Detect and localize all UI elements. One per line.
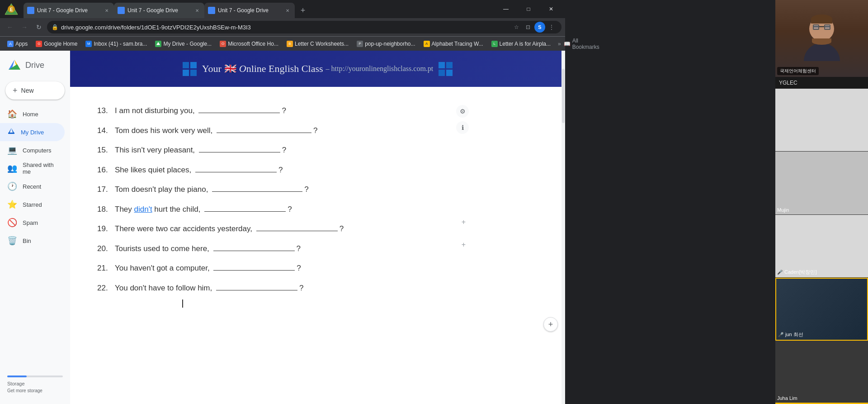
reading-list-icon[interactable]: 📖 bbox=[564, 41, 571, 47]
participant-video-mujin: Mujin bbox=[775, 152, 868, 214]
header-squares-left bbox=[183, 62, 197, 76]
exercise-17-num: 17. bbox=[97, 185, 113, 194]
recent-icon: 🕐 bbox=[7, 181, 17, 191]
new-file-button[interactable]: + New bbox=[5, 81, 65, 100]
jun-mic-muted-icon: 🎤 bbox=[778, 332, 783, 337]
settings-icon[interactable]: ⚙ bbox=[456, 105, 469, 118]
tab-1[interactable]: Unit 7 - Google Drive ✕ bbox=[24, 3, 114, 18]
jun-name: jun 최선 bbox=[785, 331, 803, 338]
new-tab-button[interactable]: + bbox=[297, 4, 309, 17]
tab-3-close[interactable]: ✕ bbox=[284, 7, 291, 14]
bookmark-letterc[interactable]: B Letter C Worksheets... bbox=[283, 38, 352, 49]
tab-2-title: Unit 7 - Google Drive bbox=[127, 7, 191, 14]
exercise-13-blank bbox=[198, 113, 280, 113]
header-sq-r3 bbox=[439, 70, 445, 76]
mujin-bg bbox=[775, 152, 868, 214]
exercise-18-text: They didn't hurt the child, ? bbox=[115, 204, 292, 215]
side-plus-2[interactable]: + bbox=[462, 218, 466, 226]
screenshot-icon[interactable]: ⊡ bbox=[523, 22, 533, 33]
minimize-button[interactable]: — bbox=[495, 2, 516, 16]
tab-1-close[interactable]: ✕ bbox=[103, 7, 110, 14]
bookmark-office[interactable]: O Microsoft Office Ho... bbox=[216, 38, 282, 49]
browser-toolbar: ← → ↻ 🔒 drive.google.com/drive/folders/1… bbox=[0, 18, 565, 36]
bookmark-mydrive[interactable]: My Drive - Google... bbox=[151, 38, 215, 49]
tab-3[interactable]: Unit 7 - Google Drive ✕ bbox=[204, 3, 295, 18]
svg-marker-6 bbox=[209, 8, 214, 12]
exercise-19-text: There were two car accidents yesterday, … bbox=[115, 223, 344, 235]
browser-content: Drive + New 🏠 Home My Drive 💻 bbox=[0, 51, 565, 404]
sidebar-item-starred[interactable]: ⭐ Starred bbox=[0, 195, 65, 214]
security-lock-icon: 🔒 bbox=[52, 24, 58, 30]
sidebar-item-bin[interactable]: 🗑️ Bin bbox=[0, 232, 65, 250]
bookmark-lettera[interactable]: L Letter A is for Airpla... bbox=[488, 38, 554, 49]
presenter-kr-name: 국제언어체험센터 bbox=[780, 68, 816, 73]
document-area: Your 🇬🇧 Online English Class – http://yo… bbox=[70, 51, 565, 404]
sidebar-item-shared[interactable]: 👥 Shared with me bbox=[0, 159, 65, 177]
bookmark-google-home[interactable]: G Google Home bbox=[32, 38, 81, 49]
sidebar-item-home[interactable]: 🏠 Home bbox=[0, 105, 65, 123]
tab-3-title: Unit 7 - Google Drive bbox=[218, 7, 281, 14]
sidebar-item-spam[interactable]: 🚫 Spam bbox=[0, 214, 65, 232]
bookmark-star-icon[interactable]: ☆ bbox=[511, 22, 522, 33]
exercise-15-num: 15. bbox=[97, 146, 113, 155]
doc-scrollbar[interactable] bbox=[561, 51, 565, 404]
add-comment-button[interactable]: + bbox=[543, 317, 558, 332]
exercise-22-text: You don't have to follow him, ? bbox=[115, 282, 303, 294]
get-storage-link[interactable]: Get more storage bbox=[7, 388, 63, 393]
menu-icon[interactable]: ⋮ bbox=[546, 22, 557, 33]
exercise-22-blank bbox=[216, 290, 297, 290]
storage-bar-fill bbox=[7, 375, 27, 377]
exercise-item-19: 19. There were two car accidents yesterd… bbox=[97, 223, 538, 235]
forward-button[interactable]: → bbox=[18, 21, 31, 33]
exercise-19-blank bbox=[256, 231, 338, 231]
presenter-face bbox=[775, 0, 868, 77]
address-bar[interactable]: 🔒 drive.google.com/drive/folders/1dOE1-9… bbox=[47, 21, 561, 33]
participant-video-juha: Juha Lim bbox=[775, 341, 868, 404]
bookmark-alphabet[interactable]: A Alphabet Tracing W... bbox=[420, 38, 487, 49]
caden-name: Caden[박창민] bbox=[784, 269, 817, 276]
mujin-name: Mujin bbox=[777, 207, 789, 213]
shared-icon: 👥 bbox=[7, 163, 17, 173]
doc-content[interactable]: 13. I am not disturbing you, ? 14. Tom d… bbox=[70, 87, 565, 404]
alphabet-favicon: A bbox=[424, 41, 430, 47]
info-icon[interactable]: ℹ bbox=[456, 121, 469, 134]
exercise-list: 13. I am not disturbing you, ? 14. Tom d… bbox=[97, 105, 538, 294]
profile-icon[interactable]: S bbox=[534, 22, 545, 33]
sidebar-item-spam-label: Spam bbox=[23, 219, 38, 226]
site-logo-icon: E bbox=[4, 2, 19, 16]
header-squares-right bbox=[439, 62, 453, 76]
bookmarks-more-button[interactable]: » bbox=[556, 39, 563, 49]
doc-side-toolbar: ⚙ ℹ bbox=[456, 105, 469, 134]
bookmark-apps[interactable]: A Apps bbox=[4, 38, 31, 49]
jun-label: 🎤 jun 최선 bbox=[778, 331, 803, 338]
mydrive-favicon bbox=[155, 41, 161, 47]
close-button[interactable]: ✕ bbox=[541, 2, 561, 16]
exercise-16-blank bbox=[195, 172, 277, 172]
drive-logo-text: Drive bbox=[25, 61, 44, 70]
apps-bookmark-favicon: A bbox=[7, 41, 14, 47]
exercise-21-blank bbox=[213, 270, 295, 271]
side-plus-1[interactable]: + bbox=[462, 241, 466, 249]
google-home-favicon: G bbox=[36, 41, 42, 47]
maximize-button[interactable]: □ bbox=[518, 2, 539, 16]
sidebar-item-mydrive[interactable]: My Drive bbox=[0, 123, 65, 141]
bookmarks-bar: A Apps G Google Home M Inbox (41) - sam.… bbox=[0, 36, 565, 51]
bookmark-popup[interactable]: P pop-up-neighborho... bbox=[353, 38, 419, 49]
new-button-label: New bbox=[21, 87, 34, 94]
sidebar-item-computers[interactable]: 💻 Computers bbox=[0, 141, 65, 159]
storage-label: Storage bbox=[7, 381, 25, 386]
bookmark-inbox[interactable]: M Inbox (41) - sam.bra... bbox=[82, 38, 151, 49]
mydrive-icon bbox=[7, 127, 15, 138]
all-bookmarks-label[interactable]: All Bookmarks bbox=[572, 38, 599, 50]
back-button[interactable]: ← bbox=[4, 21, 16, 33]
sidebar-item-home-label: Home bbox=[23, 111, 38, 118]
jun-bg bbox=[776, 279, 867, 340]
yglec-label: YGLEC bbox=[775, 77, 868, 89]
tab-2-close[interactable]: ✕ bbox=[193, 7, 201, 14]
spam-icon: 🚫 bbox=[7, 218, 17, 228]
sidebar-item-recent[interactable]: 🕐 Recent bbox=[0, 177, 65, 195]
bin-icon: 🗑️ bbox=[7, 236, 17, 246]
tab-2[interactable]: Unit 7 - Google Drive ✕ bbox=[114, 3, 204, 18]
refresh-button[interactable]: ↻ bbox=[33, 21, 45, 33]
exercise-item-14: 14. Tom does his work very well, ? bbox=[97, 125, 538, 137]
